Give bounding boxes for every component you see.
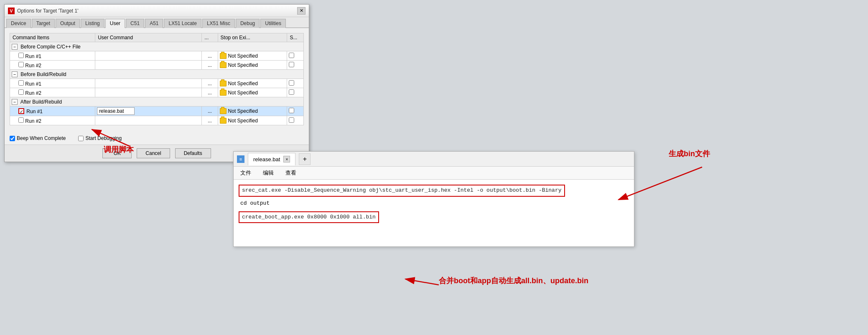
beep-checkbox[interactable] [10,136,15,141]
annotation-generate-bin: 生成bin文件 [669,149,710,159]
close-button[interactable]: ✕ [297,7,305,15]
cancel-button[interactable]: Cancel [137,148,170,158]
app-icon: V [8,8,15,14]
folder-icon [220,118,227,124]
tab-close-button[interactable]: × [283,156,290,162]
run1-build-checkbox[interactable] [18,80,24,86]
run1-build-command[interactable] [95,79,202,88]
section-before-compile: − Before Compile C/C++ File [10,42,304,51]
folder-icon [220,62,227,68]
run1-after-checkbox-checked[interactable]: ✓ [18,108,24,114]
tab-target[interactable]: Target [32,19,55,28]
tab-listing[interactable]: Listing [81,19,104,28]
srec-cat-line: srec_cat.exe -Disable_Sequence_Warning o… [239,185,565,197]
start-debugging[interactable]: Start Debugging [78,135,122,141]
notepad-icon: ≡ [237,155,244,163]
dialog-title: Options for Target 'Target 1' [17,8,78,14]
stop-checkbox[interactable] [289,89,294,95]
code-block-1: srec_cat.exe -Disable_Sequence_Warning o… [239,185,629,197]
table-row: Run #2 ... Not Specified [10,88,304,97]
run2-compile-command[interactable] [95,61,202,70]
folder-icon [220,81,227,86]
run2-build-checkbox[interactable] [18,89,24,95]
options-dialog: V Options for Target 'Target 1' ✕ Device… [4,4,309,162]
expand-icon[interactable]: − [12,44,18,50]
tab-device[interactable]: Device [6,19,31,28]
bottom-options: Beep When Complete Start Debugging [5,130,309,145]
tab-utilities[interactable]: Utilities [260,19,286,28]
table-row: Run #1 ... Not Specified [10,51,304,61]
notepad-content: srec_cat.exe -Disable_Sequence_Warning o… [234,180,634,246]
notepad-menu: 文件 编辑 查看 [234,167,634,180]
create-boot-app-line: create_boot_app.exe 0x8000 0x1000 all.bi… [239,211,379,223]
cd-output-line: cd output [239,199,629,208]
col-ellipsis: ... [202,33,218,42]
notepad-tab[interactable]: release.bat × [248,153,295,165]
svg-line-3 [405,279,439,285]
run2-after-command[interactable] [95,116,202,125]
col-stop-on-exit: Stop on Exi... [218,33,287,42]
run2-build-command[interactable] [95,88,202,97]
stop-checkbox[interactable] [289,53,294,58]
tab-lx51-misc[interactable]: LX51 Misc [202,19,235,28]
menu-file[interactable]: 文件 [239,168,253,178]
defaults-button[interactable]: Defaults [175,148,211,158]
run1-compile-command[interactable] [95,51,202,61]
expand-icon[interactable]: − [12,71,18,77]
titlebar-left: V Options for Target 'Target 1' [8,8,78,14]
table-row-highlighted: ✓ Run #1 release.bat ... Not Specified [10,107,304,116]
table-row: Run #2 ... Not Specified [10,61,304,70]
debug-checkbox[interactable] [78,136,84,141]
command-table: Command Items User Command ... Stop on E… [10,33,304,125]
tab-output[interactable]: Output [56,19,80,28]
notepad-titlebar: ≡ release.bat × + [234,152,634,167]
col-s: S... [287,33,304,42]
expand-icon[interactable]: − [12,99,18,105]
dialog-titlebar: V Options for Target 'Target 1' ✕ [5,5,309,17]
table-row: Run #2 ... Not Specified [10,116,304,125]
tab-lx51-locate[interactable]: LX51 Locate [164,19,201,28]
run1-compile-checkbox[interactable] [18,53,24,58]
notepad-window: ≡ release.bat × + 文件 编辑 查看 srec_cat.exe … [233,151,634,247]
annotation-invoke-script: 调用脚本 [104,145,134,155]
run2-after-checkbox[interactable] [18,117,24,123]
col-user-command: User Command [95,33,202,42]
table-row: Run #1 ... Not Specified [10,79,304,88]
run2-compile-checkbox[interactable] [18,62,24,67]
section-after-build: − After Build/Rebuild [10,97,304,107]
release-bat-input[interactable]: release.bat [97,107,135,115]
tab-c51[interactable]: C51 [126,19,144,28]
add-tab-button[interactable]: + [299,153,311,165]
tab-a51[interactable]: A51 [145,19,163,28]
dialog-content: Command Items User Command ... Stop on E… [5,28,309,130]
menu-edit[interactable]: 编辑 [261,168,275,178]
stop-checkbox[interactable] [289,62,294,67]
folder-icon [220,108,227,114]
stop-checkbox[interactable] [289,117,294,123]
folder-icon [220,53,227,59]
folder-icon [220,90,227,96]
tab-user[interactable]: User [105,19,125,28]
menu-view[interactable]: 查看 [284,168,298,178]
tab-debug[interactable]: Debug [236,19,260,28]
code-block-2: create_boot_app.exe 0x8000 0x1000 all.bi… [239,210,629,223]
stop-checkbox[interactable] [289,108,294,113]
annotation-merge-bin: 合并boot和app自动生成all.bin、update.bin [439,276,588,286]
col-command-items: Command Items [10,33,95,42]
tabs-bar: Device Target Output Listing User C51 A5… [5,17,309,28]
stop-checkbox[interactable] [289,80,294,86]
section-before-build: − Before Build/Rebuild [10,70,304,79]
beep-when-complete[interactable]: Beep When Complete [10,135,66,141]
